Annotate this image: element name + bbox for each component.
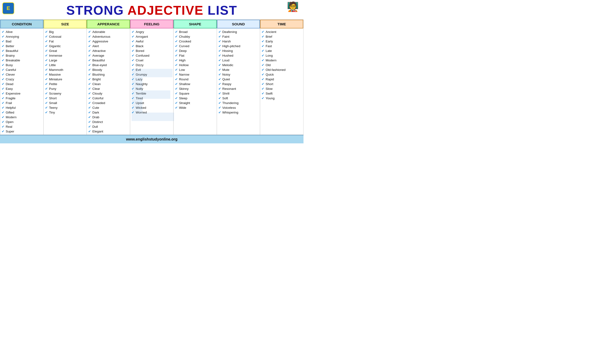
- list-item: ✔Harsh: [218, 39, 259, 44]
- list-item: ✔Brainy: [2, 53, 42, 58]
- item-label: Broad: [179, 30, 187, 34]
- item-label: Brief: [265, 35, 272, 39]
- item-label: Great: [49, 49, 57, 52]
- check-icon: ✔: [2, 35, 4, 39]
- item-label: Adorable: [92, 30, 105, 34]
- list-item: ✔Curved: [175, 44, 215, 48]
- item-label: Steep: [179, 96, 187, 100]
- item-label: Shrill: [222, 92, 229, 95]
- header: E STRONG ADJECTIVE LIST 🧑‍🏫: [0, 0, 304, 19]
- list-item: ✔Hollow: [175, 63, 215, 67]
- item-label: Quiet: [222, 78, 230, 81]
- check-icon: ✔: [88, 44, 91, 48]
- list-item: ✔Raspy: [218, 81, 259, 86]
- check-icon: ✔: [132, 49, 134, 52]
- item-label: Expensive: [6, 92, 20, 95]
- list-item: ✔Adorable: [88, 29, 129, 34]
- item-label: Early: [265, 39, 273, 43]
- item-label: Blue-eyed: [92, 63, 107, 67]
- check-icon: ✔: [175, 106, 178, 109]
- check-icon: ✔: [2, 82, 4, 86]
- check-icon: ✔: [2, 101, 4, 105]
- item-label: Flat: [179, 54, 185, 57]
- list-item: ✔Square: [175, 91, 215, 96]
- check-icon: ✔: [175, 63, 178, 67]
- item-label: Mute: [222, 68, 229, 72]
- list-item: ✔Breakable: [2, 58, 42, 63]
- item-label: Alert: [92, 44, 99, 48]
- list-item: ✔Scrawny: [45, 91, 85, 96]
- column-items-sound: ✔Deafening✔Faint✔Harsh✔High-pitched✔Hiss…: [217, 28, 260, 116]
- list-item: ✔Tired: [132, 96, 172, 101]
- check-icon: ✔: [132, 106, 134, 109]
- list-item: ✔Short: [262, 81, 302, 86]
- column-items-condition: ✔Alive✔Annoying✔Bad✔Better✔Beautiful✔Bra…: [0, 28, 43, 135]
- column-shape: SHAPE✔Broad✔Chubby✔Crooked✔Curved✔Deep✔F…: [173, 20, 217, 135]
- check-icon: ✔: [45, 39, 48, 43]
- list-item: ✔Bloody: [88, 67, 129, 72]
- check-icon: ✔: [132, 77, 134, 81]
- check-icon: ✔: [218, 30, 221, 34]
- item-label: Large: [49, 59, 57, 62]
- column-appearance: APPERANCE✔Adorable✔Adventurous✔Aggressiv…: [87, 20, 130, 135]
- list-item: ✔High: [175, 58, 215, 63]
- check-icon: ✔: [262, 82, 264, 86]
- item-label: Terrible: [136, 92, 146, 95]
- check-icon: ✔: [218, 68, 221, 72]
- check-icon: ✔: [218, 110, 221, 114]
- item-label: Busy: [6, 63, 13, 67]
- check-icon: ✔: [175, 101, 178, 105]
- column-items-time: ✔Ancient✔Brief✔Early✔Fast✔Late✔Long✔Mode…: [260, 28, 303, 102]
- item-label: High-pitched: [222, 44, 240, 48]
- item-label: Beautiful: [92, 59, 105, 62]
- list-item: ✔Crooked: [175, 39, 215, 44]
- item-label: Colossal: [49, 35, 61, 39]
- check-icon: ✔: [45, 77, 48, 81]
- check-icon: ✔: [2, 68, 4, 72]
- list-item: ✔Dull: [88, 124, 129, 129]
- list-item: ✔Distinct: [88, 119, 129, 124]
- list-item: ✔Confused: [132, 53, 172, 58]
- title-adjective: ADJECTIVE: [127, 3, 208, 17]
- item-label: Crowded: [92, 101, 105, 105]
- item-label: Square: [179, 92, 189, 95]
- check-icon: ✔: [45, 68, 48, 72]
- item-label: Soft: [222, 96, 228, 100]
- list-item: ✔Old: [262, 63, 302, 67]
- list-item: ✔Small: [45, 101, 85, 105]
- check-icon: ✔: [88, 53, 91, 57]
- list-item: ✔Large: [45, 58, 85, 63]
- check-icon: ✔: [262, 30, 264, 34]
- item-label: Aggressive: [92, 39, 108, 43]
- check-icon: ✔: [175, 44, 178, 48]
- check-icon: ✔: [88, 49, 91, 52]
- list-item: ✔Fast: [262, 44, 302, 48]
- column-items-shape: ✔Broad✔Chubby✔Crooked✔Curved✔Deep✔Flat✔H…: [173, 28, 217, 111]
- adjective-table: CONDITION✔Alive✔Annoying✔Bad✔Better✔Beau…: [0, 19, 304, 135]
- item-label: Loud: [222, 59, 229, 62]
- list-item: ✔Quick: [262, 72, 302, 77]
- list-item: ✔Alert: [88, 44, 129, 48]
- item-label: Clear: [92, 87, 100, 91]
- item-label: Curved: [179, 44, 189, 48]
- item-label: Better: [6, 44, 14, 48]
- item-label: Shallow: [179, 82, 190, 86]
- check-icon: ✔: [88, 101, 91, 105]
- check-icon: ✔: [2, 125, 4, 129]
- list-item: ✔Melodic: [218, 63, 259, 67]
- character-icon: 🧑‍🏫: [287, 1, 299, 12]
- column-condition: CONDITION✔Alive✔Annoying✔Bad✔Better✔Beau…: [0, 20, 44, 135]
- item-label: Distinct: [92, 120, 103, 124]
- list-item: ✔Gigantic: [45, 44, 85, 48]
- check-icon: ✔: [2, 120, 4, 124]
- column-sound: SOUND✔Deafening✔Faint✔Harsh✔High-pitched…: [217, 20, 260, 135]
- list-item: ✔Elegant: [88, 129, 129, 134]
- list-item: ✔Naughty: [132, 81, 172, 86]
- list-item: ✔Careful: [2, 67, 42, 72]
- item-label: Worried: [136, 111, 147, 114]
- list-item: ✔Noisy: [218, 72, 259, 77]
- check-icon: ✔: [88, 68, 91, 72]
- check-icon: ✔: [2, 106, 4, 109]
- item-label: Late: [265, 49, 272, 52]
- column-header-shape: SHAPE: [173, 20, 217, 28]
